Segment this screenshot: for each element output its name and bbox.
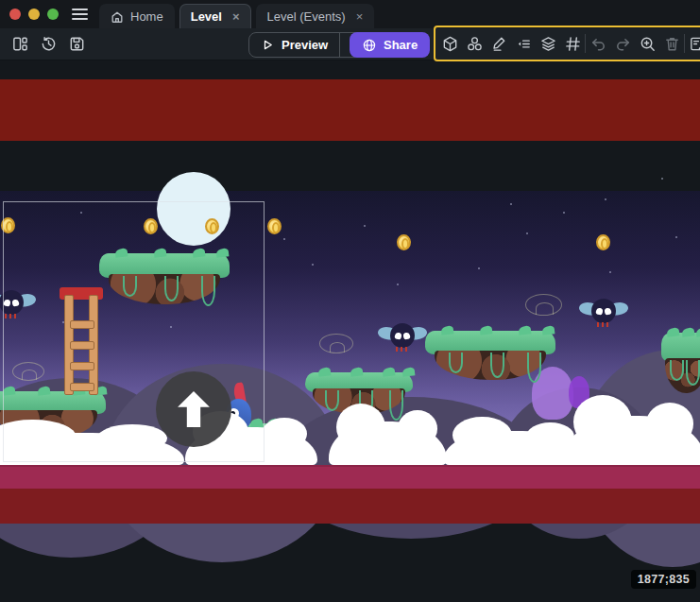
bat-claw (396, 347, 398, 352)
main-menu-icon[interactable] (72, 9, 88, 20)
tab-home[interactable]: Home (99, 4, 175, 28)
object-3d-icon[interactable] (437, 31, 462, 56)
edit-properties-icon[interactable] (685, 31, 700, 56)
window-controls (9, 9, 59, 20)
title-bar: Home Level × Level (Events) × (0, 0, 700, 28)
cloud-puff (336, 404, 386, 452)
cloud-puff (262, 418, 307, 450)
grass-tuft (317, 367, 331, 376)
star-dot (364, 225, 366, 227)
floating-island-platform[interactable] (425, 331, 555, 399)
minimize-window-icon[interactable] (28, 9, 40, 20)
save-icon[interactable] (64, 32, 89, 57)
grass-tuft (519, 325, 532, 335)
cloud-puff (452, 417, 512, 455)
level-editor-canvas[interactable] (0, 0, 700, 602)
grass-tuft (681, 327, 694, 336)
bottom-dark-red-band[interactable] (0, 489, 700, 524)
history-icon[interactable] (36, 32, 60, 57)
floating-island-platform[interactable] (661, 333, 700, 412)
tab-level[interactable]: Level × (179, 4, 251, 28)
coin-object[interactable] (397, 234, 411, 250)
share-button[interactable]: Share (350, 32, 430, 58)
jump-arrow-button[interactable] (156, 371, 231, 447)
bat-claw (597, 322, 599, 327)
star-dot (510, 203, 512, 205)
bat-enemy[interactable] (579, 297, 628, 329)
preview-button[interactable]: Preview (249, 33, 339, 57)
preview-label: Preview (282, 38, 328, 52)
bat-enemy[interactable] (378, 321, 427, 353)
redo-icon[interactable] (610, 31, 635, 56)
hanging-vine (527, 353, 541, 383)
coin-inner (601, 238, 608, 249)
tab-level-events[interactable]: Level (Events) × (256, 4, 375, 28)
layout-icon[interactable] (8, 32, 32, 57)
editor-tabs: Home Level × Level (Events) × (99, 0, 374, 28)
close-tab-icon[interactable]: × (232, 10, 240, 23)
layers-icon[interactable] (536, 31, 560, 56)
swirl-decoration (525, 294, 562, 316)
bat-claw (602, 322, 604, 327)
close-tab-icon[interactable]: × (356, 10, 364, 23)
cloud-puff (573, 395, 632, 449)
star-dot (526, 232, 528, 234)
close-window-icon[interactable] (9, 9, 21, 20)
coin-inner (401, 238, 409, 249)
undo-icon[interactable] (586, 31, 610, 56)
grass-tuft (440, 325, 453, 335)
share-label: Share (384, 38, 418, 52)
tab-label: Level (Events) (267, 9, 346, 24)
pencil-icon[interactable] (487, 31, 511, 56)
grass-tuft (350, 367, 363, 376)
trash-icon[interactable] (659, 31, 684, 56)
cloud-puff (646, 403, 693, 444)
tab-label: Home (130, 9, 163, 24)
bat-claw (401, 347, 402, 352)
up-arrow-icon (177, 391, 211, 427)
star-dot (605, 198, 606, 200)
coin-object[interactable] (596, 234, 610, 250)
star-dot (283, 238, 285, 240)
swirl-inner (536, 302, 553, 315)
hanging-vine (686, 360, 700, 386)
instances-list-icon[interactable] (511, 31, 536, 56)
star-dot (478, 267, 480, 269)
zoom-in-icon[interactable] (635, 31, 659, 56)
cloud-object[interactable] (329, 421, 447, 465)
instances-group-icon[interactable] (462, 31, 487, 56)
hanging-vine (449, 353, 463, 373)
star-dot (661, 178, 663, 180)
top-red-band[interactable] (0, 79, 700, 141)
grass-tuft (542, 325, 555, 335)
hanging-vine (490, 353, 504, 378)
grass-tuft (383, 367, 396, 376)
play-icon (261, 38, 275, 52)
bat-claw (405, 347, 407, 352)
grid-icon[interactable] (560, 31, 585, 56)
home-icon (111, 10, 124, 24)
project-tools (8, 32, 89, 57)
star-dot (609, 271, 611, 273)
globe-icon (362, 38, 377, 53)
grass-tuft (401, 367, 415, 376)
cursor-coordinates-badge: 1877;835 (631, 570, 696, 589)
coin-inner (272, 222, 280, 233)
cloud-object[interactable] (565, 416, 700, 465)
star-dot (397, 284, 399, 285)
swirl-inner (330, 342, 346, 353)
cloud-puff (398, 410, 438, 447)
grass-tuft (480, 325, 493, 335)
star-dot (563, 212, 565, 214)
tab-label: Level (191, 9, 222, 24)
maximize-window-icon[interactable] (47, 9, 59, 20)
bat-claw (606, 322, 608, 327)
star-dot (312, 264, 314, 266)
star-dot (675, 236, 677, 238)
coin-object[interactable] (267, 218, 282, 234)
app-window: 1877;835 Home Level × Level (Events) × (0, 0, 700, 602)
bottom-crimson-band[interactable] (0, 465, 700, 489)
hanging-vine (325, 390, 339, 411)
swirl-decoration (319, 334, 353, 353)
scene-tools-highlight-box (434, 26, 700, 61)
